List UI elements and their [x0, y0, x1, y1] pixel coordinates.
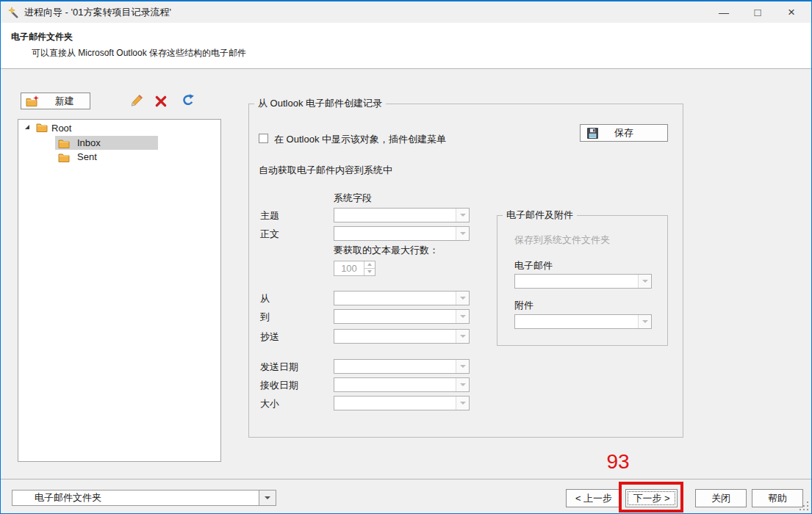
- resize-grip[interactable]: [800, 502, 808, 510]
- new-folder-icon: [26, 95, 40, 109]
- close-wizard-button[interactable]: 关闭: [695, 489, 747, 507]
- field-label-sent-date: 发送日期: [260, 361, 298, 374]
- save-floppy-icon: [587, 128, 598, 141]
- annotation-number: 93: [596, 450, 640, 474]
- from-combobox[interactable]: [334, 291, 470, 305]
- tree-selection-highlight: [55, 136, 158, 150]
- wizard-wand-icon: [8, 7, 20, 18]
- edit-pencil-icon[interactable]: [129, 93, 144, 108]
- title-bar[interactable]: 进程向导 - '01方案转项目记录流程' — □ ×: [1, 1, 811, 23]
- auto-fetch-label: 自动获取电子邮件内容到系统中: [259, 164, 392, 177]
- folder-type-combobox-value: 电子邮件文件夹: [35, 491, 258, 505]
- dropdown-arrow-icon[interactable]: [638, 315, 651, 328]
- body-combobox[interactable]: [334, 226, 470, 241]
- folder-tree[interactable]: Root Inbox Sent: [18, 119, 221, 462]
- cc-combobox[interactable]: [334, 329, 470, 344]
- dropdown-arrow-icon[interactable]: [456, 330, 469, 343]
- dropdown-arrow-icon[interactable]: [456, 209, 469, 222]
- show-in-outlook-checkbox[interactable]: [259, 134, 268, 143]
- field-label-cc: 抄送: [260, 330, 279, 344]
- email-label: 电子邮件: [514, 259, 553, 272]
- dropdown-arrow-icon[interactable]: [456, 360, 469, 373]
- folder-icon: [36, 122, 48, 135]
- footer-divider: [1, 479, 811, 479]
- expand-arrow-icon[interactable]: [25, 125, 29, 129]
- email-combobox[interactable]: [514, 274, 652, 289]
- page-title: 电子邮件文件夹: [11, 31, 73, 43]
- back-button-label: < 上一步: [567, 490, 621, 507]
- tree-item-root[interactable]: Root: [51, 121, 71, 135]
- help-button-label: 帮助: [752, 490, 802, 507]
- field-label-received-date: 接收日期: [260, 379, 298, 392]
- dropdown-arrow-icon[interactable]: [456, 397, 469, 410]
- next-button-label: 下一步 >: [626, 490, 677, 507]
- size-combobox[interactable]: [334, 396, 470, 410]
- to-combobox[interactable]: [334, 309, 470, 324]
- dropdown-arrow-icon[interactable]: [456, 378, 469, 391]
- window-title: 进程向导 - '01方案转项目记录流程': [24, 1, 171, 23]
- received-date-combobox[interactable]: [334, 377, 470, 392]
- field-label-body: 正文: [260, 228, 279, 241]
- field-label-to: 到: [260, 311, 270, 324]
- spinner-buttons[interactable]: [364, 261, 375, 275]
- dropdown-arrow-icon[interactable]: [638, 275, 651, 288]
- outlook-group-title: 从 Outlook 电子邮件创建记录: [254, 98, 386, 109]
- maximize-button[interactable]: □: [741, 1, 775, 23]
- wizard-window: 进程向导 - '01方案转项目记录流程' — □ × 电子邮件文件夹 可以直接从…: [0, 0, 812, 514]
- max-lines-label: 要获取的文本最大行数：: [334, 244, 439, 257]
- subject-combobox[interactable]: [334, 208, 470, 222]
- max-lines-value: 100: [334, 261, 364, 275]
- close-button[interactable]: ×: [775, 1, 808, 23]
- show-in-outlook-label[interactable]: 在 Outlook 中显示该对象，插件创建菜单: [274, 133, 446, 146]
- minimize-button[interactable]: —: [707, 1, 741, 23]
- save-button[interactable]: 保存: [580, 124, 668, 142]
- folder-icon: [58, 138, 70, 151]
- field-label-subject: 主题: [260, 209, 279, 222]
- sent-date-combobox[interactable]: [334, 359, 470, 374]
- close-wizard-button-label: 关闭: [696, 490, 746, 507]
- folder-type-combobox[interactable]: 电子邮件文件夹: [12, 490, 276, 506]
- dropdown-arrow-icon[interactable]: [456, 292, 469, 305]
- folder-icon: [58, 152, 70, 165]
- new-folder-button[interactable]: 新建: [21, 93, 90, 109]
- save-to-folder-label: 保存到系统文件文件夹: [514, 234, 610, 247]
- wizard-step-header: 电子邮件文件夹 可以直接从 Microsoft Outlook 保存这些结构的电…: [1, 23, 811, 69]
- page-subtitle: 可以直接从 Microsoft Outlook 保存这些结构的电子邮件: [32, 47, 246, 59]
- dropdown-arrow-icon[interactable]: [456, 310, 469, 323]
- help-button[interactable]: 帮助: [752, 489, 803, 507]
- refresh-icon[interactable]: [182, 94, 196, 109]
- spinner-down-icon[interactable]: [364, 269, 375, 276]
- attachment-label: 附件: [514, 299, 533, 312]
- tree-item-inbox[interactable]: Inbox: [77, 136, 101, 150]
- attachment-combobox[interactable]: [514, 314, 652, 329]
- next-button[interactable]: 下一步 >: [625, 489, 678, 507]
- system-field-header: 系统字段: [334, 192, 372, 205]
- dropdown-arrow-icon[interactable]: [456, 227, 469, 240]
- dropdown-arrow-icon[interactable]: [259, 491, 276, 505]
- delete-icon[interactable]: [154, 95, 169, 109]
- back-button[interactable]: < 上一步: [566, 489, 622, 507]
- attachments-group-title: 电子邮件及附件: [503, 210, 577, 220]
- max-lines-spinner[interactable]: 100: [334, 261, 376, 276]
- tree-item-sent[interactable]: Sent: [77, 150, 97, 164]
- field-label-from: 从: [260, 292, 270, 305]
- field-label-size: 大小: [260, 397, 279, 410]
- spinner-up-icon[interactable]: [364, 261, 375, 269]
